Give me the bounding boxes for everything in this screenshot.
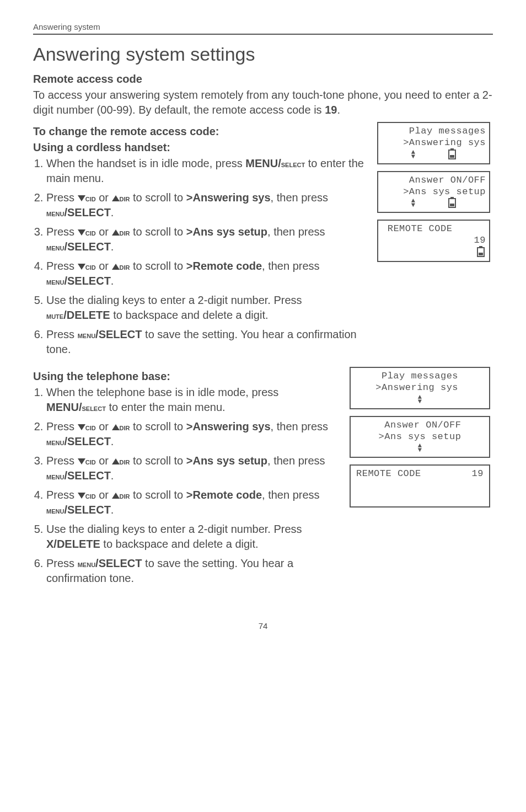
key-label: cid [85,194,96,203]
text: to scroll to [130,191,186,204]
updown-arrows-icon: ▲▼ [418,395,422,404]
button-label: X/DELETE [46,538,100,550]
text: , then press [267,226,325,238]
down-triangle-icon [78,264,85,270]
button-label: /SELECT [95,328,142,340]
text: . [111,275,114,287]
text: To access your answering system remotely… [33,89,492,116]
up-triangle-icon [112,458,120,464]
step: When the handset is in idle mode, press … [46,156,366,186]
text: to scroll to [130,226,186,238]
text: Press [46,420,78,432]
lcd-screen: REMOTE CODE 19 [377,220,490,262]
lcd-screen-wide: Play messages >Answering sys ▲▼ [350,367,490,409]
down-triangle-icon [78,229,85,236]
text: Press [46,191,78,204]
button-label: /SELECT [64,504,110,516]
text: . [111,206,114,218]
up-triangle-icon [112,264,120,270]
text: Use the dialing keys to enter a 2-digit … [46,523,302,535]
text: . [111,469,114,482]
text: . [111,435,114,447]
step: Press cid or dir to scroll to >Remote co… [46,259,366,289]
step: Press cid or dir to scroll to >Answering… [46,190,366,220]
lcd-line: >Answering sys [379,137,488,148]
text: . [111,504,114,516]
step: Press menu/SELECT to save the setting. Y… [46,327,366,357]
button-label: /SELECT [95,557,142,569]
battery-icon [448,198,456,208]
button-label: /SELECT [64,435,110,447]
text: or [96,489,112,501]
text: Press [46,489,78,501]
down-triangle-icon [78,458,85,464]
step: Use the dialing keys to enter a 2-digit … [46,293,366,323]
text: or [96,455,112,467]
battery-icon [477,247,485,257]
lcd-line: 19 [379,234,488,246]
lcd-line: Play messages [352,370,488,382]
button-label: select [82,403,105,413]
lcd-line: Answer ON/OFF [379,174,488,186]
lead-bold: Using the telephone base: [33,370,339,383]
text: , then press [262,489,320,501]
updown-arrows-icon: ▲▼ [411,150,416,159]
lcd-screen-wide: REMOTE CODE 19 [350,464,490,507]
lcd-indicators: ▲▼ [352,442,488,453]
text: Use the dialing keys to enter a 2-digit … [46,294,302,306]
button-label: /SELECT [64,275,110,287]
lcd-line: Play messages [379,125,488,137]
down-triangle-icon [78,195,85,201]
lead-bold: To change the remote access code: [33,125,366,138]
key-label: cid [85,262,96,271]
button-label: /SELECT [64,206,110,218]
text: . [337,104,340,116]
button-label: menu [46,472,64,481]
key-label: dir [120,228,130,237]
lcd-screen: Answer ON/OFF >Ans sys setup ▲▼ [377,171,490,213]
lcd-line: >Answering sys [352,382,488,393]
key-label: cid [85,457,96,466]
text: to scroll to [130,489,186,501]
button-label: menu [46,437,64,447]
button-label: select [281,159,305,169]
button-label: mute [46,311,63,320]
menu-target: >Answering sys [186,420,271,432]
button-label: menu [78,559,95,569]
text: Press [46,328,78,340]
lcd-line: >Ans sys setup [352,431,488,442]
step: Press cid or dir to scroll to >Remote co… [46,488,339,517]
lcd-line: 19 [472,468,484,479]
updown-arrows-icon: ▲▼ [418,444,422,452]
battery-icon [448,149,456,159]
key-label: cid [85,423,96,432]
down-triangle-icon [78,424,85,430]
page-number: 74 [33,621,493,631]
down-triangle-icon [78,493,85,499]
button-label: MENU/ [46,401,82,413]
lcd-indicators [379,247,488,258]
text: , then press [271,420,329,432]
text: When the telephone base is in idle mode,… [46,386,278,398]
step: Press menu/SELECT to save the setting. Y… [46,556,339,586]
key-label: dir [120,262,130,271]
up-triangle-icon [112,493,120,499]
default-code: 19 [325,104,337,116]
lcd-line: REMOTE CODE [356,468,421,479]
text: , then press [271,191,329,204]
lcd-line: >Ans sys setup [379,186,488,197]
base-steps: When the telephone base is in idle mode,… [33,385,339,586]
menu-target: >Ans sys setup [186,226,267,238]
button-label: /SELECT [64,469,110,482]
text: or [96,420,112,432]
up-triangle-icon [112,195,120,201]
updown-arrows-icon: ▲▼ [411,199,416,207]
lead-bold: Using a cordless handset: [33,141,366,154]
step: Use the dialing keys to enter a 2-digit … [46,522,339,552]
step: Press cid or dir to scroll to >Ans sys s… [46,225,366,254]
key-label: dir [120,423,130,432]
button-label: MENU/ [245,157,281,169]
text: Press [46,260,78,272]
text: or [96,260,112,272]
up-triangle-icon [112,229,120,236]
